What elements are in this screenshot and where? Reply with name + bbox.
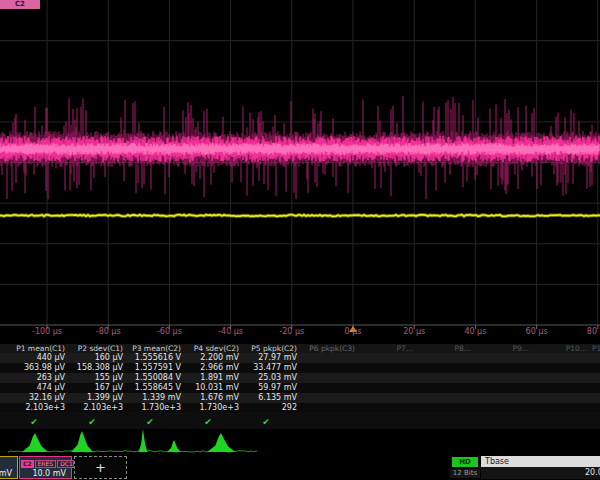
- time-tick-label: 0 µs: [345, 327, 362, 336]
- time-tick-label: 20 µs: [403, 327, 425, 336]
- time-tick-label: 60 µs: [526, 327, 548, 336]
- measure-cell: [300, 373, 358, 383]
- measure-status-check-icon: [300, 413, 358, 429]
- measure-cell: 2.103e+3: [68, 403, 126, 413]
- measure-column-header[interactable]: P2 sdev(C1): [68, 344, 126, 353]
- measure-column-header[interactable]: P6 pkpk(C3): [300, 344, 358, 353]
- measure-column-header[interactable]: P7...: [358, 344, 416, 353]
- measure-column-header[interactable]: P11...: [590, 344, 600, 353]
- c2-scale: 10.0 mV: [20, 469, 71, 479]
- measure-cell: [416, 353, 474, 363]
- hd-mode-badge[interactable]: HD: [452, 457, 478, 467]
- histicon[interactable]: [139, 429, 148, 452]
- measure-table-row: 2.103e+32.103e+31.730e+31.730e+3292: [0, 403, 600, 413]
- measure-cell: 363.98 µV: [10, 363, 68, 373]
- measure-cell: 2.200 mV: [184, 353, 242, 363]
- histicon[interactable]: [22, 433, 48, 452]
- measure-cell: 10.031 mV: [184, 383, 242, 393]
- measure-cell: [416, 373, 474, 383]
- measure-cell: [416, 383, 474, 393]
- measure-cell: [358, 393, 416, 403]
- measure-cell: [474, 363, 532, 373]
- parameter-histicons: [0, 429, 600, 458]
- measure-cell: [358, 403, 416, 413]
- histicon[interactable]: [71, 431, 93, 452]
- measure-status-check-icon: [474, 413, 532, 429]
- c1-scale: 20.0 mV: [0, 469, 17, 479]
- measure-cell: 2.103e+3: [10, 403, 68, 413]
- channel-c2-descriptor[interactable]: C2 ERES DC1M 10.0 mV: [19, 456, 72, 479]
- measure-cell: [300, 393, 358, 403]
- measure-cell: [532, 373, 590, 383]
- measure-column-header[interactable]: P5 pkpk(C2): [242, 344, 300, 353]
- measure-cell: [590, 403, 600, 413]
- measure-column-header[interactable]: P8...: [416, 344, 474, 353]
- measure-cell: 1.558645 V: [126, 383, 184, 393]
- measure-cell: [532, 363, 590, 373]
- measure-cell: 1.891 mV: [184, 373, 242, 383]
- measure-cell: [300, 363, 358, 373]
- oscilloscope-screen: { "trace_label": "C2", "grid": { "t0_x":…: [0, 0, 600, 480]
- measure-status-check-icon: ✔: [242, 413, 300, 429]
- histicon[interactable]: [167, 440, 181, 452]
- measure-cell: [474, 383, 532, 393]
- measure-cell: [300, 403, 358, 413]
- measure-cell: [416, 403, 474, 413]
- measure-cell: 474 µV: [10, 383, 68, 393]
- c2-eres-badge: ERES: [35, 460, 57, 468]
- measure-cell: [358, 353, 416, 363]
- measure-column-header[interactable]: P10...: [532, 344, 590, 353]
- measure-cell: 167 µV: [68, 383, 126, 393]
- measure-cell: 1.730e+3: [184, 403, 242, 413]
- measure-cell: [532, 383, 590, 393]
- histicon[interactable]: [207, 433, 235, 452]
- measure-cell: 155 µV: [68, 373, 126, 383]
- time-tick-label: 40 µs: [464, 327, 486, 336]
- measure-status-check-icon: [590, 413, 600, 429]
- measure-status-check-icon: [416, 413, 474, 429]
- measure-cell: [590, 363, 600, 373]
- measure-cell: [532, 353, 590, 363]
- add-trace-button[interactable]: +: [74, 456, 127, 479]
- time-tick-label: -100 µs: [32, 327, 62, 336]
- measure-cell: [474, 353, 532, 363]
- channel-c1-descriptor[interactable]: DC1M 20.0 mV: [0, 456, 18, 479]
- measure-cell: 292: [242, 403, 300, 413]
- measure-cell: 160 µV: [68, 353, 126, 363]
- measure-status-check-icon: ✔: [126, 413, 184, 429]
- measure-cell: 32.16 µV: [10, 393, 68, 403]
- measure-cell: 2.966 mV: [184, 363, 242, 373]
- measure-cell: 1.730e+3: [126, 403, 184, 413]
- timebase-title: Tbase: [481, 456, 600, 467]
- c2-label-badge: C2: [21, 460, 34, 468]
- measure-column-header[interactable]: P3 mean(C2): [126, 344, 184, 353]
- measure-cell: [358, 383, 416, 393]
- measure-column-header[interactable]: P9...: [474, 344, 532, 353]
- measure-column-header[interactable]: P4 sdev(C2): [184, 344, 242, 353]
- timebase-descriptor[interactable]: Tbase 20.0 µs/div: [481, 456, 600, 479]
- measure-table-row: 263 µV155 µV1.550084 V1.891 mV25.03 mV: [0, 373, 600, 383]
- measure-cell: [590, 393, 600, 403]
- time-tick-label: 80 µs: [587, 327, 600, 336]
- measure-status-check-icon: [358, 413, 416, 429]
- time-tick-label: -60 µs: [157, 327, 182, 336]
- measure-cell: [358, 363, 416, 373]
- measure-status-check-icon: ✔: [10, 413, 68, 429]
- measure-table-row: 32.16 µV1.399 µV1.339 mV1.676 mV6.135 mV: [0, 393, 600, 403]
- measure-cell: 1.399 µV: [68, 393, 126, 403]
- plus-icon: +: [95, 460, 106, 475]
- measure-cell: 33.477 mV: [242, 363, 300, 373]
- time-tick-label: -40 µs: [218, 327, 243, 336]
- measure-cell: 1.557591 V: [126, 363, 184, 373]
- measure-column-header[interactable]: P1 mean(C1): [10, 344, 68, 353]
- measure-status-check-icon: [532, 413, 590, 429]
- trace-label-badge[interactable]: C2: [0, 0, 40, 9]
- measure-table-row: 440 µV160 µV1.555616 V2.200 mV27.97 mV: [0, 353, 600, 363]
- measure-cell: 1.339 mV: [126, 393, 184, 403]
- measure-cell: 59.97 mV: [242, 383, 300, 393]
- time-tick-label: -80 µs: [96, 327, 121, 336]
- measure-cell: 1.555616 V: [126, 353, 184, 363]
- measure-cell: 440 µV: [10, 353, 68, 363]
- measure-cell: [416, 393, 474, 403]
- measure-cell: [590, 353, 600, 363]
